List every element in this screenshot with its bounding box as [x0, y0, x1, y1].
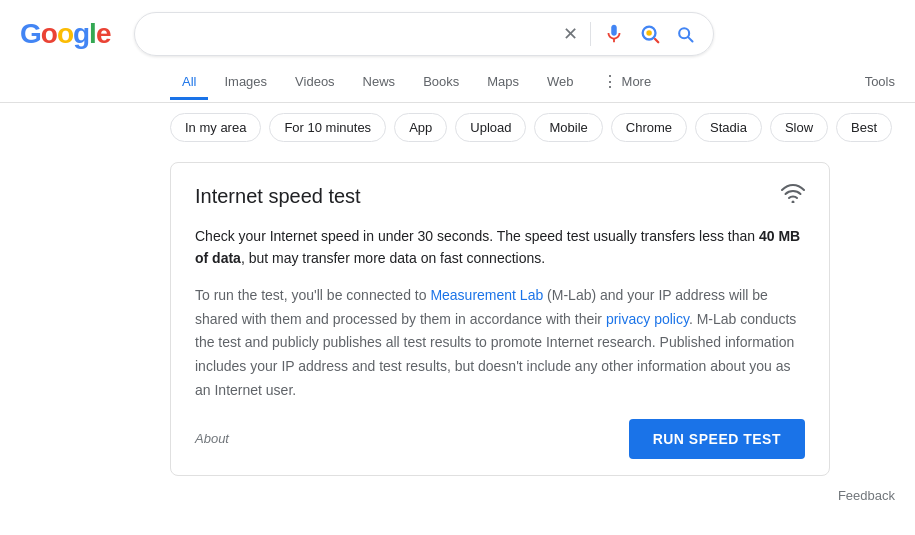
tab-web[interactable]: Web: [535, 66, 586, 100]
lens-icon: [639, 23, 661, 45]
tab-all[interactable]: All: [170, 66, 208, 100]
wifi-icon: [781, 183, 805, 209]
search-bar: google internet speed test ✕: [134, 12, 714, 56]
filter-chips: In my area For 10 minutes App Upload Mob…: [0, 103, 915, 152]
run-speed-test-button[interactable]: RUN SPEED TEST: [629, 419, 805, 459]
search-input[interactable]: google internet speed test: [151, 25, 551, 43]
more-dots-icon: ⋮: [602, 72, 618, 91]
feedback-link[interactable]: Feedback: [838, 488, 895, 503]
chip-app[interactable]: App: [394, 113, 447, 142]
card-description: Check your Internet speed in under 30 se…: [195, 225, 805, 270]
search-divider: [590, 22, 591, 46]
card-header: Internet speed test: [195, 183, 805, 209]
lens-search-button[interactable]: [637, 21, 663, 47]
logo-letter-e: e: [96, 18, 111, 50]
search-icon: [675, 24, 695, 44]
chip-stadia[interactable]: Stadia: [695, 113, 762, 142]
tab-tools[interactable]: Tools: [853, 66, 915, 100]
chip-best[interactable]: Best: [836, 113, 892, 142]
chip-for-10-minutes[interactable]: For 10 minutes: [269, 113, 386, 142]
logo-letter-g2: g: [73, 18, 89, 50]
google-logo: Google: [20, 18, 110, 50]
chip-upload[interactable]: Upload: [455, 113, 526, 142]
header: Google google internet speed test ✕: [0, 0, 915, 56]
logo-letter-o2: o: [57, 18, 73, 50]
tab-videos[interactable]: Videos: [283, 66, 347, 100]
tab-books[interactable]: Books: [411, 66, 471, 100]
measurement-lab-link[interactable]: Measurement Lab: [430, 287, 543, 303]
tab-maps[interactable]: Maps: [475, 66, 531, 100]
svg-point-1: [647, 30, 653, 35]
logo-letter-l: l: [89, 18, 96, 50]
search-submit-button[interactable]: [673, 22, 697, 46]
about-text: About: [195, 431, 229, 446]
logo-letter-g: G: [20, 18, 41, 50]
mic-icon: [603, 23, 625, 45]
clear-search-button[interactable]: ✕: [561, 21, 580, 47]
nav-tabs: All Images Videos News Books Maps Web ⋮ …: [0, 56, 915, 103]
tab-news[interactable]: News: [351, 66, 408, 100]
voice-search-button[interactable]: [601, 21, 627, 47]
logo-letter-o1: o: [41, 18, 57, 50]
chip-slow[interactable]: Slow: [770, 113, 828, 142]
speed-test-card: Internet speed test Check your Internet …: [170, 162, 830, 476]
card-info: To run the test, you'll be connected to …: [195, 284, 805, 403]
search-icons: ✕: [561, 21, 697, 47]
chip-mobile[interactable]: Mobile: [534, 113, 602, 142]
svg-point-2: [792, 201, 795, 204]
privacy-policy-link[interactable]: privacy policy: [606, 311, 689, 327]
chip-in-my-area[interactable]: In my area: [170, 113, 261, 142]
main-content: Internet speed test Check your Internet …: [0, 152, 870, 476]
chip-chrome[interactable]: Chrome: [611, 113, 687, 142]
tab-images[interactable]: Images: [212, 66, 279, 100]
card-title: Internet speed test: [195, 185, 361, 208]
card-footer: About RUN SPEED TEST: [195, 419, 805, 459]
tab-more[interactable]: ⋮ More: [590, 64, 664, 102]
